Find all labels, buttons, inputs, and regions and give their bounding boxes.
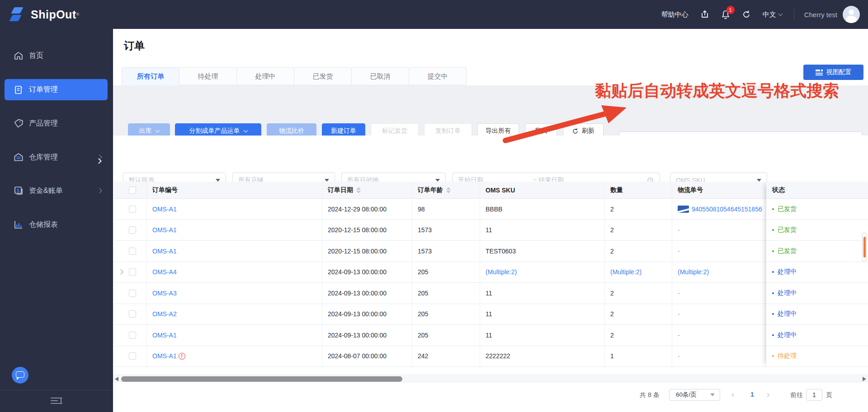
multiple-link[interactable]: (Multiple:2): [678, 268, 709, 276]
status-badge: 处理中: [766, 283, 868, 304]
warehouse-icon: [14, 152, 24, 162]
col-header-tracking: 物流单号: [672, 182, 766, 198]
sidebar-item-orders[interactable]: 订单管理: [5, 79, 108, 100]
total-count: 共 8 条: [640, 391, 660, 399]
table-row: OMS-A2 2024-09-13 00:00:00 205 11 2 -: [114, 304, 766, 325]
bar-chart-icon: [14, 220, 24, 229]
col-header-qty: 数量: [605, 182, 672, 198]
current-page[interactable]: 1: [750, 391, 754, 398]
multiple-link[interactable]: (Multiple:2): [610, 268, 642, 276]
row-checkbox[interactable]: [129, 332, 136, 339]
chevron-down-icon: [243, 128, 248, 132]
status-fixed-column: 状态 已发货 已发货 已发货 处理中 处理中 处理中 处理中 待处理: [766, 182, 868, 367]
tab-shipped[interactable]: 已发货: [294, 67, 352, 85]
row-checkbox[interactable]: [129, 268, 136, 276]
table-row: OMS-A1! 2024-08-07 00:00:00 242 2222222 …: [114, 346, 766, 367]
sort-asc-icon: [446, 187, 451, 190]
view-config-icon: [816, 70, 823, 75]
tab-submitting[interactable]: 提交中: [409, 67, 467, 85]
row-checkbox[interactable]: [129, 248, 136, 255]
sidebar-item-billing[interactable]: $ 资金&账单: [0, 180, 113, 201]
select-all-checkbox[interactable]: [129, 187, 136, 194]
annotation-text: 黏贴后自动转成英文逗号格式搜索: [595, 80, 868, 102]
order-link[interactable]: OMS-A1: [152, 332, 177, 339]
next-page-button[interactable]: ›: [767, 390, 769, 399]
logo-text: ShipOut: [31, 8, 76, 21]
row-checkbox[interactable]: [129, 352, 136, 360]
status-dot-icon: [772, 250, 774, 252]
sidebar-item-label: 订单管理: [29, 85, 58, 94]
row-checkbox[interactable]: [129, 290, 136, 297]
tab-processing[interactable]: 处理中: [236, 67, 294, 85]
share-button[interactable]: [700, 10, 709, 19]
order-warning-icon[interactable]: !: [179, 353, 185, 360]
chevron-down-icon: [155, 128, 160, 132]
dollar-icon: $: [14, 186, 24, 196]
sidebar-item-warehouse[interactable]: 仓库管理: [0, 146, 113, 168]
sort-control[interactable]: [446, 187, 451, 193]
status-dot-icon: [772, 313, 774, 315]
scroll-left-arrow[interactable]: [115, 377, 118, 381]
order-link[interactable]: OMS-A1: [152, 352, 177, 360]
sort-control[interactable]: [356, 187, 361, 193]
chat-widget-button[interactable]: [12, 367, 28, 384]
avatar[interactable]: [843, 6, 860, 23]
scroll-right-arrow[interactable]: [863, 377, 866, 381]
dropdown-arrow-icon: [710, 393, 715, 396]
table-row: OMS-A1 2020-12-15 08:00:00 1573 11 2 -: [114, 220, 766, 241]
order-link[interactable]: OMS-A1: [152, 248, 177, 255]
language-selector[interactable]: 中文: [763, 10, 782, 19]
tab-all-orders[interactable]: 所有订单: [122, 67, 179, 85]
sync-button[interactable]: [742, 10, 751, 19]
horizontal-scrollbar-thumb[interactable]: [121, 376, 402, 382]
help-center-link[interactable]: 帮助中心: [661, 10, 689, 19]
expand-row-chevron[interactable]: [118, 269, 123, 274]
page-unit-label: 页: [826, 391, 832, 399]
col-header-order-age: 订单年龄: [412, 182, 480, 198]
sidebar-item-label: 仓库管理: [29, 153, 58, 162]
tab-cancelled[interactable]: 已取消: [351, 67, 409, 85]
sidebar-collapse-button[interactable]: [51, 398, 62, 407]
order-link[interactable]: OMS-A1: [152, 206, 177, 213]
row-checkbox[interactable]: [129, 206, 136, 213]
status-badge: 处理中: [766, 304, 868, 325]
goto-page-input[interactable]: [806, 389, 822, 401]
usps-logo-icon: [678, 206, 689, 213]
order-link[interactable]: OMS-A2: [152, 310, 177, 318]
sidebar-item-label: 首页: [29, 51, 43, 61]
status-badge: 已发货: [766, 241, 868, 262]
tracking-link[interactable]: 94055081054645151856: [692, 206, 762, 213]
chevron-down-icon: [778, 11, 783, 16]
logo[interactable]: ShipOut ®: [11, 6, 79, 23]
row-checkbox[interactable]: [129, 310, 136, 318]
multiple-link[interactable]: (Multiple:2): [486, 268, 517, 276]
table-row: OMS-A1 2020-12-15 08:00:00 1573 TEST0603…: [114, 241, 766, 262]
sidebar-item-reports[interactable]: 仓储报表: [0, 214, 113, 235]
tab-pending[interactable]: 待处理: [179, 67, 237, 85]
sidebar-item-label: 资金&账单: [29, 186, 63, 196]
status-badge: 处理中: [766, 325, 868, 346]
status-dot-icon: [772, 292, 774, 294]
page-title: 订单: [124, 39, 145, 53]
sort-desc-icon: [356, 191, 361, 193]
notification-button[interactable]: 1: [721, 10, 730, 19]
vertical-scrollbar-thumb[interactable]: [862, 232, 867, 262]
status-dot-icon: [772, 208, 774, 210]
sidebar-item-products[interactable]: 产品管理: [0, 112, 113, 134]
order-link[interactable]: OMS-A3: [152, 290, 177, 297]
sidebar-item-home[interactable]: 首页: [0, 45, 113, 66]
order-link[interactable]: OMS-A4: [152, 268, 177, 276]
top-bar: ShipOut ® 帮助中心 1 中文 Cherry test: [0, 0, 868, 29]
order-status-tabs: 所有订单 待处理 处理中 已发货 已取消 提交中: [122, 67, 467, 85]
logo-bolt-icon: [11, 6, 26, 23]
table-row: OMS-A3 2024-09-13 00:00:00 205 11 2 -: [114, 283, 766, 304]
status-dot-icon: [772, 355, 774, 357]
prev-page-button[interactable]: ‹: [731, 390, 734, 399]
sync-icon: [742, 10, 751, 19]
row-checkbox[interactable]: [129, 226, 136, 234]
page-size-select[interactable]: 60条/页: [669, 389, 720, 401]
pagination: 共 8 条 60条/页 ‹ 1 › 前往 页: [113, 389, 868, 402]
view-config-button[interactable]: 视图配置: [803, 65, 863, 80]
shipout-app: ShipOut ® 帮助中心 1 中文 Cherry test: [0, 0, 868, 412]
order-link[interactable]: OMS-A1: [152, 226, 177, 234]
